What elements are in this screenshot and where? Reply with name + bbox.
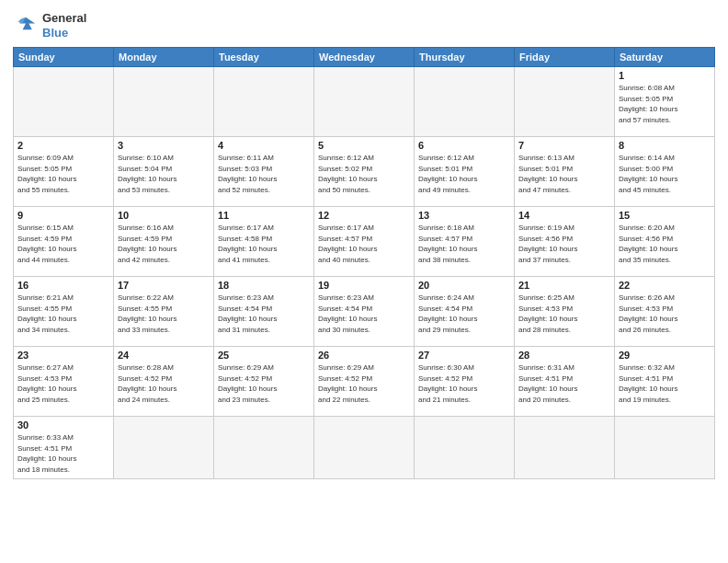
logo: General Blue [13, 11, 86, 40]
calendar-day-cell: 23Sunrise: 6:27 AM Sunset: 4:53 PM Dayli… [14, 347, 114, 417]
day-number: 7 [518, 140, 610, 151]
calendar-day-cell: 14Sunrise: 6:19 AM Sunset: 4:56 PM Dayli… [515, 207, 615, 277]
day-info: Sunrise: 6:25 AM Sunset: 4:53 PM Dayligh… [518, 293, 610, 335]
day-info: Sunrise: 6:12 AM Sunset: 5:01 PM Dayligh… [418, 153, 510, 195]
day-info: Sunrise: 6:09 AM Sunset: 5:05 PM Dayligh… [17, 153, 109, 195]
day-number: 13 [418, 210, 510, 221]
day-number: 3 [118, 140, 210, 151]
day-info: Sunrise: 6:17 AM Sunset: 4:58 PM Dayligh… [218, 223, 310, 265]
calendar-day-cell [114, 67, 214, 137]
day-number: 18 [218, 280, 310, 291]
day-number: 9 [17, 210, 109, 221]
day-info: Sunrise: 6:31 AM Sunset: 4:51 PM Dayligh… [518, 362, 610, 405]
day-info: Sunrise: 6:22 AM Sunset: 4:55 PM Dayligh… [118, 293, 210, 335]
day-info: Sunrise: 6:23 AM Sunset: 4:54 PM Dayligh… [318, 293, 410, 335]
calendar-day-cell: 3Sunrise: 6:10 AM Sunset: 5:04 PM Daylig… [114, 137, 214, 207]
calendar-day-cell: 12Sunrise: 6:17 AM Sunset: 4:57 PM Dayli… [314, 207, 415, 277]
calendar-day-cell: 21Sunrise: 6:25 AM Sunset: 4:53 PM Dayli… [515, 277, 615, 347]
calendar-day-cell [314, 417, 415, 478]
day-number: 17 [118, 280, 210, 291]
calendar-day-cell: 25Sunrise: 6:29 AM Sunset: 4:52 PM Dayli… [214, 347, 314, 417]
calendar-day-cell: 10Sunrise: 6:16 AM Sunset: 4:59 PM Dayli… [114, 207, 214, 277]
day-info: Sunrise: 6:12 AM Sunset: 5:02 PM Dayligh… [318, 153, 410, 195]
calendar-day-cell: 29Sunrise: 6:32 AM Sunset: 4:51 PM Dayli… [615, 347, 715, 417]
day-number: 30 [17, 419, 109, 431]
day-info: Sunrise: 6:27 AM Sunset: 4:53 PM Dayligh… [17, 362, 109, 405]
calendar-day-cell: 5Sunrise: 6:12 AM Sunset: 5:02 PM Daylig… [314, 137, 415, 207]
day-number: 11 [218, 210, 310, 221]
day-number: 22 [619, 280, 711, 291]
day-info: Sunrise: 6:13 AM Sunset: 5:01 PM Dayligh… [518, 153, 610, 195]
calendar-day-cell [214, 417, 314, 478]
day-info: Sunrise: 6:26 AM Sunset: 4:53 PM Dayligh… [619, 293, 711, 335]
calendar-day-cell [314, 67, 415, 137]
calendar-body: 1Sunrise: 6:08 AM Sunset: 5:05 PM Daylig… [14, 67, 715, 478]
day-number: 4 [218, 140, 310, 151]
calendar-day-cell [415, 417, 515, 478]
calendar-day-cell: 17Sunrise: 6:22 AM Sunset: 4:55 PM Dayli… [114, 277, 214, 347]
day-info: Sunrise: 6:19 AM Sunset: 4:56 PM Dayligh… [518, 223, 610, 265]
day-number: 14 [518, 210, 610, 221]
day-info: Sunrise: 6:28 AM Sunset: 4:52 PM Dayligh… [118, 362, 210, 405]
calendar-week-row: 1Sunrise: 6:08 AM Sunset: 5:05 PM Daylig… [14, 67, 715, 137]
day-number: 1 [619, 70, 711, 81]
calendar-day-cell [515, 417, 615, 478]
calendar-day-cell: 13Sunrise: 6:18 AM Sunset: 4:57 PM Dayli… [415, 207, 515, 277]
day-number: 24 [118, 350, 210, 361]
day-number: 20 [418, 280, 510, 291]
header: General Blue [13, 11, 715, 40]
calendar-day-cell: 7Sunrise: 6:13 AM Sunset: 5:01 PM Daylig… [515, 137, 615, 207]
calendar-header-cell: Friday [515, 48, 615, 67]
day-info: Sunrise: 6:29 AM Sunset: 4:52 PM Dayligh… [218, 362, 310, 405]
page: General Blue SundayMondayTuesdayWednesda… [0, 0, 728, 563]
day-number: 28 [518, 350, 610, 361]
calendar-day-cell: 16Sunrise: 6:21 AM Sunset: 4:55 PM Dayli… [14, 277, 114, 347]
calendar-day-cell: 28Sunrise: 6:31 AM Sunset: 4:51 PM Dayli… [515, 347, 615, 417]
calendar-day-cell: 24Sunrise: 6:28 AM Sunset: 4:52 PM Dayli… [114, 347, 214, 417]
calendar-day-cell: 15Sunrise: 6:20 AM Sunset: 4:56 PM Dayli… [615, 207, 715, 277]
calendar-day-cell: 27Sunrise: 6:30 AM Sunset: 4:52 PM Dayli… [415, 347, 515, 417]
logo-text: General Blue [42, 11, 86, 40]
calendar-day-cell: 26Sunrise: 6:29 AM Sunset: 4:52 PM Dayli… [314, 347, 415, 417]
calendar-day-cell: 8Sunrise: 6:14 AM Sunset: 5:00 PM Daylig… [615, 137, 715, 207]
calendar-header-cell: Monday [114, 48, 214, 67]
logo-icon [13, 16, 39, 36]
calendar-day-cell [415, 67, 515, 137]
calendar-header-cell: Saturday [615, 48, 715, 67]
calendar-day-cell [515, 67, 615, 137]
calendar-day-cell: 6Sunrise: 6:12 AM Sunset: 5:01 PM Daylig… [415, 137, 515, 207]
calendar-header-row: SundayMondayTuesdayWednesdayThursdayFrid… [14, 48, 715, 67]
day-number: 16 [17, 280, 109, 291]
calendar-day-cell: 11Sunrise: 6:17 AM Sunset: 4:58 PM Dayli… [214, 207, 314, 277]
day-number: 2 [17, 140, 109, 151]
day-info: Sunrise: 6:29 AM Sunset: 4:52 PM Dayligh… [318, 362, 410, 405]
day-number: 12 [318, 210, 410, 221]
calendar-day-cell [14, 67, 114, 137]
day-number: 27 [418, 350, 510, 361]
calendar-header-cell: Thursday [415, 48, 515, 67]
calendar-day-cell: 30Sunrise: 6:33 AM Sunset: 4:51 PM Dayli… [14, 417, 114, 478]
calendar-day-cell [114, 417, 214, 478]
day-number: 25 [218, 350, 310, 361]
day-number: 23 [17, 350, 109, 361]
calendar-day-cell [214, 67, 314, 137]
day-info: Sunrise: 6:20 AM Sunset: 4:56 PM Dayligh… [619, 223, 711, 265]
day-number: 29 [619, 350, 711, 361]
day-info: Sunrise: 6:15 AM Sunset: 4:59 PM Dayligh… [17, 223, 109, 265]
day-number: 10 [118, 210, 210, 221]
calendar-day-cell: 19Sunrise: 6:23 AM Sunset: 4:54 PM Dayli… [314, 277, 415, 347]
day-info: Sunrise: 6:16 AM Sunset: 4:59 PM Dayligh… [118, 223, 210, 265]
calendar-day-cell [615, 417, 715, 478]
day-number: 15 [619, 210, 711, 221]
calendar-header-cell: Sunday [14, 48, 114, 67]
day-info: Sunrise: 6:11 AM Sunset: 5:03 PM Dayligh… [218, 153, 310, 195]
day-info: Sunrise: 6:24 AM Sunset: 4:54 PM Dayligh… [418, 293, 510, 335]
calendar-day-cell: 20Sunrise: 6:24 AM Sunset: 4:54 PM Dayli… [415, 277, 515, 347]
day-info: Sunrise: 6:17 AM Sunset: 4:57 PM Dayligh… [318, 223, 410, 265]
calendar-day-cell: 1Sunrise: 6:08 AM Sunset: 5:05 PM Daylig… [615, 67, 715, 137]
calendar-day-cell: 4Sunrise: 6:11 AM Sunset: 5:03 PM Daylig… [214, 137, 314, 207]
calendar-day-cell: 18Sunrise: 6:23 AM Sunset: 4:54 PM Dayli… [214, 277, 314, 347]
day-info: Sunrise: 6:14 AM Sunset: 5:00 PM Dayligh… [619, 153, 711, 195]
calendar-day-cell: 2Sunrise: 6:09 AM Sunset: 5:05 PM Daylig… [14, 137, 114, 207]
day-number: 26 [318, 350, 410, 361]
